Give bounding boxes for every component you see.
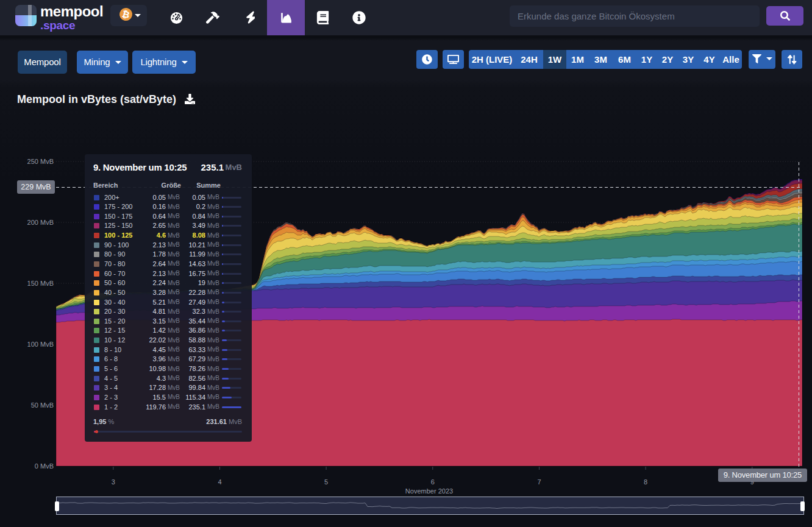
svg-text:150 MvB: 150 MvB — [27, 280, 54, 287]
svg-text:50 MvB: 50 MvB — [31, 401, 54, 409]
svg-text:4: 4 — [218, 478, 221, 486]
svg-text:5: 5 — [324, 478, 328, 486]
svg-text:8: 8 — [644, 478, 647, 486]
svg-text:250 MvB: 250 MvB — [27, 158, 54, 165]
svg-text:200 MvB: 200 MvB — [27, 219, 54, 226]
svg-text:100 MvB: 100 MvB — [27, 341, 54, 348]
svg-text:3: 3 — [112, 478, 115, 486]
svg-text:6: 6 — [431, 478, 435, 486]
svg-text:7: 7 — [537, 478, 541, 486]
svg-text:0 MvB: 0 MvB — [35, 462, 54, 470]
svg-text:November 2023: November 2023 — [405, 487, 453, 495]
